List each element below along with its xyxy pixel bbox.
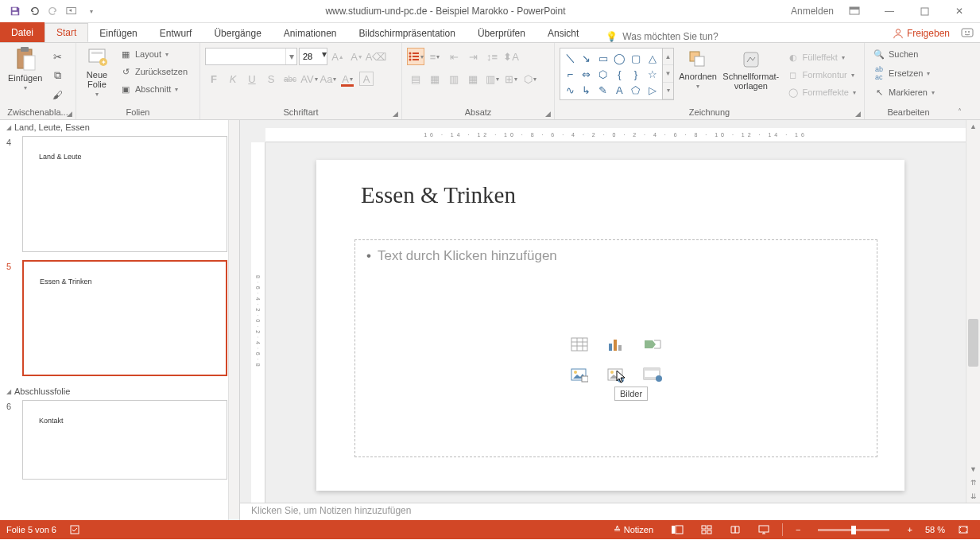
find-button[interactable]: 🔍Suchen [870, 46, 921, 62]
layout-button[interactable]: ▦Layout▾ [116, 46, 191, 62]
insert-table-icon[interactable] [564, 332, 595, 357]
format-painter-icon[interactable]: 🖌 [48, 86, 66, 103]
shape-connector-icon[interactable]: ↳ [579, 82, 595, 98]
slideshow-view-icon[interactable] [753, 525, 774, 534]
signin-button[interactable]: Anmelden [791, 2, 834, 21]
share-button[interactable]: Freigeben [893, 28, 950, 39]
bold-button[interactable]: F [205, 70, 223, 87]
shape-outline-button[interactable]: ◻Formkontur▾ [784, 67, 860, 83]
replace-button[interactable]: abacErsetzen▾ [870, 65, 933, 81]
new-slide-button[interactable]: ✦ Neue Folie ▾ [81, 45, 113, 99]
shape-curve-icon[interactable]: ∿ [562, 82, 579, 98]
save-icon[interactable] [6, 2, 24, 20]
highlight-icon[interactable]: A [358, 70, 375, 87]
sorter-view-icon[interactable] [696, 525, 717, 534]
minimize-icon[interactable]: — [875, 2, 904, 21]
section-button[interactable]: ▣Abschnitt▾ [116, 81, 191, 97]
shadow-button[interactable]: S [262, 70, 280, 87]
shape-line-icon[interactable]: ＼ [562, 50, 579, 66]
shape-rect-icon[interactable]: ▭ [595, 50, 611, 66]
decrease-indent-icon[interactable]: ⇤ [445, 48, 463, 65]
scroll-down-icon[interactable]: ▼ [966, 463, 980, 476]
zoom-level[interactable]: 58 % [925, 525, 945, 534]
font-name-combo[interactable]: ▾ [205, 48, 297, 65]
copy-icon[interactable]: ⧉ [48, 67, 66, 84]
maximize-icon[interactable] [910, 2, 939, 21]
expand-gallery-icon[interactable]: ▾ [663, 83, 673, 99]
insert-online-pictures-icon[interactable] [600, 362, 632, 387]
slide-counter[interactable]: Folie 5 von 6 [6, 525, 56, 534]
tab-home[interactable]: Start [45, 23, 88, 42]
decrease-font-icon[interactable]: A▼ [348, 48, 366, 65]
next-slide-icon[interactable]: ⇊ [966, 490, 980, 503]
line-spacing-icon[interactable]: ↕≡ [483, 48, 501, 65]
dialog-launcher-icon[interactable]: ◢ [855, 110, 861, 118]
shape-callout-icon[interactable]: ⬠ [628, 82, 645, 98]
spellcheck-icon[interactable] [64, 524, 85, 535]
zoom-out-icon[interactable]: − [791, 525, 805, 534]
paste-button[interactable]: Einfügen ▾ [5, 45, 45, 93]
shape-brace2-icon[interactable]: } [628, 66, 645, 82]
reading-view-icon[interactable] [725, 525, 746, 534]
columns-icon[interactable]: ▥▾ [483, 70, 501, 87]
tab-review[interactable]: Überprüfen [467, 25, 536, 42]
tab-design[interactable]: Entwurf [149, 25, 203, 42]
scroll-down-icon[interactable]: ▼ [663, 65, 673, 82]
redo-icon[interactable] [45, 2, 62, 20]
increase-font-icon[interactable]: A▲ [329, 48, 347, 65]
change-case-icon[interactable]: Aa▾ [320, 70, 337, 87]
feedback-icon[interactable] [961, 28, 974, 39]
insert-chart-icon[interactable] [600, 332, 632, 357]
scroll-up-icon[interactable]: ▲ [966, 120, 980, 133]
tab-animations[interactable]: Animationen [273, 25, 348, 42]
align-center-icon[interactable]: ▦ [426, 70, 444, 87]
strikethrough-button[interactable]: abc [281, 70, 299, 87]
select-button[interactable]: ↖Markieren▾ [870, 84, 938, 100]
start-from-beginning-icon[interactable] [64, 2, 81, 20]
vertical-scrollbar[interactable]: ▲ ▼ ⇈ ⇊ [966, 120, 980, 503]
slide-thumbnail-4[interactable]: Land & Leute [22, 136, 227, 252]
notes-button[interactable]: ≙Notizen [609, 525, 658, 535]
font-name-input[interactable] [206, 49, 285, 64]
qat-customize-icon[interactable]: ▾ [83, 2, 100, 20]
scroll-up-icon[interactable]: ▲ [663, 49, 673, 65]
shape-elbow-icon[interactable]: ⌐ [562, 66, 579, 82]
scrollbar-thumb[interactable] [968, 319, 978, 367]
increase-indent-icon[interactable]: ⇥ [464, 48, 482, 65]
slide-thumbnail-5[interactable]: Essen & Trinken [22, 260, 227, 376]
justify-icon[interactable]: ▦ [464, 70, 482, 87]
shapes-gallery[interactable]: ＼ ↘ ▭ ◯ ▢ △ ⌐ ⇔ ⬡ { } ☆ ∿ ↳ ✎ A ⬠ ▷ [560, 48, 663, 100]
smartart-icon[interactable]: ⬡▾ [521, 70, 539, 87]
notes-pane[interactable]: Klicken Sie, um Notizen hinzuzufügen [240, 503, 980, 520]
slide-thumbnail-6[interactable]: Kontakt [22, 400, 227, 480]
shape-textbox-icon[interactable]: A [611, 82, 628, 98]
align-left-icon[interactable]: ▤ [407, 70, 424, 87]
slide-title-text[interactable]: Essen & Trinken [361, 182, 516, 208]
shape-hexagon-icon[interactable]: ⬡ [595, 66, 611, 82]
shape-freeform-icon[interactable]: ✎ [595, 82, 611, 98]
shape-action-icon[interactable]: ▷ [644, 82, 660, 98]
ribbon-display-options-icon[interactable] [840, 2, 869, 21]
tab-view[interactable]: Ansicht [536, 25, 590, 42]
insert-smartart-icon[interactable] [637, 332, 668, 357]
shapes-gallery-scroll[interactable]: ▲ ▼ ▾ [663, 48, 674, 100]
cut-icon[interactable]: ✂ [48, 48, 66, 65]
zoom-in-icon[interactable]: + [902, 525, 916, 534]
chevron-down-icon[interactable]: ▾ [285, 49, 296, 64]
slide-canvas[interactable]: Essen & Trinken Text durch Klicken hinzu… [316, 160, 904, 491]
shape-fill-button[interactable]: ◐Fülleffekt▾ [784, 49, 860, 65]
align-right-icon[interactable]: ▥ [445, 70, 463, 87]
normal-view-icon[interactable] [666, 525, 688, 534]
text-direction-icon[interactable]: ⬍A [502, 48, 520, 65]
zoom-handle[interactable] [851, 526, 856, 534]
tell-me-search[interactable]: 💡 [606, 31, 765, 42]
clear-formatting-icon[interactable]: A⌫ [367, 48, 385, 65]
font-size-combo[interactable]: ▾ [299, 48, 327, 65]
prev-slide-icon[interactable]: ⇈ [966, 476, 980, 489]
align-text-icon[interactable]: ⊞▾ [502, 70, 520, 87]
shape-doublearrow-icon[interactable]: ⇔ [579, 66, 595, 82]
font-size-input[interactable] [300, 49, 322, 64]
section-header[interactable]: Land, Leute, Essen [0, 120, 239, 134]
insert-pictures-icon[interactable] [564, 362, 595, 387]
tell-me-input[interactable] [622, 31, 765, 42]
